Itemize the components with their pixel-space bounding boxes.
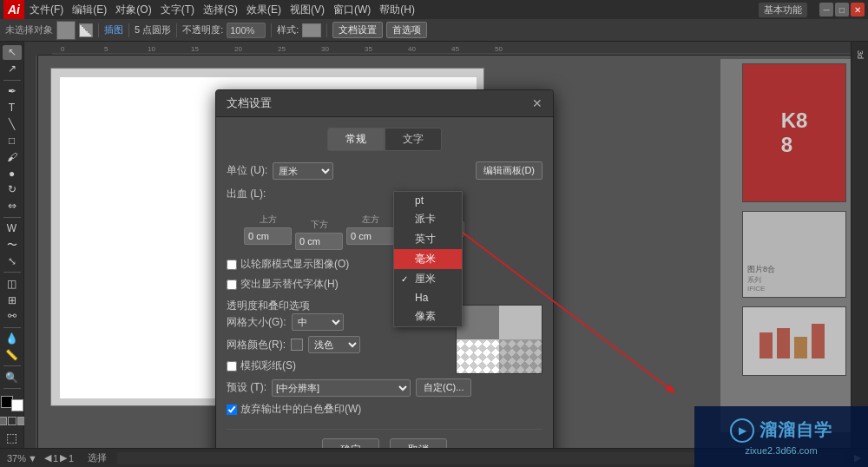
grid-size-label: 网格大小(G): (227, 315, 286, 330)
menu-window[interactable]: 窗口(W) (333, 3, 371, 17)
panel-btn-1[interactable]: 3d (851, 45, 869, 64)
dropdown-pt[interactable]: pt (394, 192, 462, 209)
stroke-swatch[interactable] (79, 23, 93, 37)
draw-normal[interactable] (0, 417, 7, 425)
total-artboards: 1 (69, 453, 74, 464)
dropdown-mm[interactable]: 毫米 (394, 249, 462, 269)
cancel-button[interactable]: 取消 (390, 438, 447, 448)
tool-width[interactable]: W (3, 221, 22, 236)
tool-eyedropper[interactable]: 💧 (3, 332, 22, 346)
stroke-color[interactable] (11, 399, 23, 411)
maximize-button[interactable]: □ (835, 3, 849, 16)
checker-tl (457, 306, 499, 339)
menu-edit[interactable]: 编辑(E) (72, 3, 107, 17)
left-toolbar: ↖ ↗ ✒ T ╲ □ 🖌 ● ↻ ⇔ W 〜 ⤡ ◫ ⊞ ⚯ 💧 📏 🔍 (0, 42, 24, 448)
bleed-top-col: 上方 (244, 214, 292, 245)
tab-text[interactable]: 文字 (385, 128, 442, 151)
menu-text[interactable]: 文字(T) (161, 3, 194, 17)
tool-brush[interactable]: 🖌 (3, 149, 22, 164)
zoom-status: 37% ▼ (7, 453, 37, 464)
tool-direct-select[interactable]: ↗ (3, 62, 22, 76)
tool-pen[interactable]: ✒ (3, 84, 22, 99)
grid-size-select[interactable]: 中 (292, 313, 344, 331)
dialog-title-bar: 文档设置 ✕ (216, 90, 553, 117)
color-swatch[interactable] (56, 21, 76, 40)
simulate-paper-checkbox[interactable] (227, 361, 237, 372)
tool-line[interactable]: ╲ (3, 116, 22, 131)
grid-color-swatch[interactable] (291, 339, 303, 351)
close-button[interactable]: ✕ (851, 3, 865, 16)
workspace-selector[interactable]: 基本功能 (759, 3, 807, 17)
preset-select[interactable]: [中分辨率] (272, 379, 411, 397)
dropdown-px[interactable]: 像素 (394, 306, 462, 326)
simulate-paper-label: 模拟彩纸(S) (240, 358, 296, 373)
toolbar-sep-5 (326, 23, 327, 37)
tool-blend[interactable]: ⚯ (3, 309, 22, 324)
dropdown-ha[interactable]: Ha (394, 289, 462, 306)
draw-behind[interactable] (8, 417, 16, 425)
right-panel: 3d (851, 42, 868, 448)
menu-effect[interactable]: 效果(E) (247, 3, 281, 17)
tool-type[interactable]: T (3, 100, 22, 115)
menu-bar: Ai 文件(F) 编辑(E) 对象(O) 文字(T) 选择(S) 效果(E) 视… (0, 0, 868, 19)
transparency-section: 透明度和叠印选项 网格大小(G): 中 (227, 299, 542, 373)
tool-gradient[interactable]: ◫ (3, 276, 22, 291)
edit-artboard-button[interactable]: 编辑画板(D) (476, 161, 542, 180)
zoom-dropdown[interactable]: ▼ (28, 453, 37, 464)
tool-select[interactable]: ↖ (3, 45, 22, 60)
bleed-label-row: 出血 (L): (227, 187, 542, 201)
minimize-button[interactable]: ─ (819, 3, 833, 16)
bleed-bottom-input[interactable] (295, 233, 343, 250)
tool-measure[interactable]: 📏 (3, 348, 22, 363)
white-overprint-checkbox[interactable] (227, 405, 237, 415)
dropdown-inch[interactable]: 英寸 (394, 229, 462, 249)
style-label: 样式: (277, 23, 299, 36)
tab-general[interactable]: 常规 (327, 128, 385, 151)
menu-view[interactable]: 视图(V) (290, 3, 325, 17)
dropdown-pica[interactable]: 派卡 (394, 209, 462, 229)
screen-mode[interactable]: ⬚ (6, 431, 17, 444)
bleed-top-label: 上方 (260, 214, 277, 226)
nav-next[interactable]: ▶ (60, 452, 67, 464)
highlight-checkbox[interactable] (227, 280, 237, 290)
toolbar-sep-2 (128, 23, 129, 37)
dropdown-ha-label: Ha (415, 292, 428, 304)
bleed-top-input[interactable] (244, 227, 292, 245)
tool-rect[interactable]: □ (3, 133, 22, 148)
dialog-tabs: 常规 文字 (227, 128, 542, 151)
unit-select[interactable]: 厘米 (273, 162, 333, 180)
dropdown-mm-label: 毫米 (415, 252, 436, 266)
grid-color-select[interactable]: 浅色 (308, 336, 360, 353)
custom-button[interactable]: 自定(C)... (416, 378, 471, 397)
dialog-overlay: 文档设置 ✕ 常规 文字 单位 (U): 厘米 (24, 42, 851, 448)
ok-button[interactable]: 确定 (322, 438, 379, 448)
tool-rotate[interactable]: ↻ (3, 182, 22, 197)
menu-object[interactable]: 对象(O) (115, 3, 151, 17)
menu-help[interactable]: 帮助(H) (379, 3, 415, 17)
tool-blob[interactable]: ● (3, 166, 22, 181)
dropdown-cm[interactable]: ✓ 厘米 (394, 269, 462, 289)
menu-file[interactable]: 文件(F) (30, 3, 63, 17)
checker-tr (499, 306, 542, 339)
nav-prev[interactable]: ◀ (44, 452, 51, 464)
menu-select[interactable]: 选择(S) (203, 3, 238, 17)
tool-scale[interactable]: ⤡ (3, 254, 22, 269)
tool-warp[interactable]: 〜 (3, 238, 22, 253)
white-overprint-label: 放弃输出中的白色叠印(W) (240, 402, 361, 417)
menu-items[interactable]: 文件(F) 编辑(E) 对象(O) 文字(T) 选择(S) 效果(E) 视图(V… (30, 3, 415, 17)
tool-zoom[interactable]: 🔍 (3, 370, 22, 385)
style-swatch[interactable] (302, 23, 321, 37)
doc-setup-button[interactable]: 文档设置 (332, 22, 383, 38)
preset-row: 预设 (T): [中分辨率] 自定(C)... (227, 378, 542, 397)
outline-checkbox[interactable] (227, 260, 237, 270)
prefs-button[interactable]: 首选项 (386, 22, 427, 38)
dialog-close-button[interactable]: ✕ (532, 96, 542, 110)
point-shape-label: 5 点圆形 (135, 23, 171, 36)
highlight-label: 突出显示替代字体(H) (240, 277, 339, 292)
bleed-left-input[interactable] (346, 227, 394, 245)
opacity-input[interactable] (227, 23, 266, 38)
tool-mirror[interactable]: ⇔ (3, 199, 22, 214)
grid-size-row: 网格大小(G): 中 (227, 313, 542, 331)
opacity-label: 不透明度: (182, 23, 223, 36)
tool-mesh[interactable]: ⊞ (3, 293, 22, 307)
